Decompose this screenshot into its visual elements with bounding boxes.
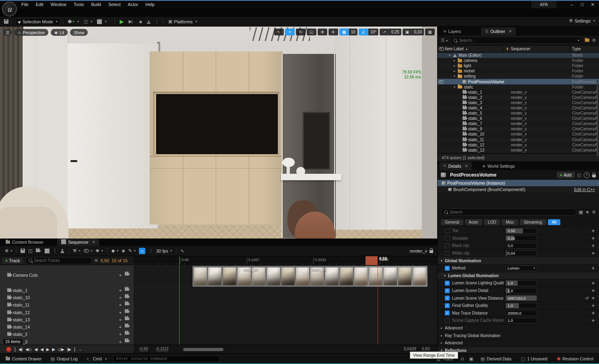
minimize-button[interactable]: – [568, 1, 576, 8]
track-filter-icon[interactable]: ≋ [95, 258, 98, 263]
grid-snap-icon[interactable]: ▦ [339, 29, 349, 35]
outliner-row[interactable]: static_7render_vCineCameraAc [438, 121, 599, 126]
property-section[interactable]: ▾Global Illumination [438, 257, 599, 265]
track-row[interactable]: static_13+ [0, 316, 134, 323]
outliner-row[interactable]: ▾staticFolder [438, 84, 599, 90]
rotate-tool[interactable]: ↻ [296, 29, 306, 35]
view-range-end-time[interactable]: 5,50 [422, 347, 430, 351]
outliner-row[interactable]: static_5render_vCineCameraAc [438, 111, 599, 116]
outliner-row[interactable]: static_3render_vCineCameraAc [438, 100, 599, 105]
create-binding-icon[interactable] [591, 266, 595, 270]
outliner-settings-icon[interactable]: ⚙ [592, 38, 596, 43]
filter-all[interactable]: All [548, 219, 560, 225]
add-camera-icon[interactable] [125, 288, 129, 291]
close-tab-icon[interactable]: ✕ [92, 240, 95, 244]
track-row[interactable]: Camera Cuts+ [0, 271, 134, 279]
platforms-button[interactable]: ▣ Platforms ▾ [166, 18, 200, 25]
outliner-row[interactable]: static_11render_vCineCameraAc [438, 137, 599, 142]
rotation-snap-icon-value[interactable]: 10° [368, 29, 378, 35]
component-row[interactable]: PostProcessVolume (Instance) [438, 180, 599, 186]
timeline-area[interactable]: static_10static_14 [134, 265, 437, 345]
output-log-button[interactable]: ▤ Output Log [48, 356, 80, 362]
details-search-input[interactable]: Search [441, 208, 576, 216]
create-binding-icon[interactable] [591, 289, 595, 292]
create-binding-icon[interactable] [591, 229, 595, 232]
curve-options-icon[interactable]: ✎▾ [127, 247, 137, 254]
property-value-field[interactable]: 2097152,0 [506, 295, 537, 301]
property-value-field[interactable]: 20000,0 [506, 310, 537, 316]
cinematics-button[interactable]: ▾ [95, 19, 109, 25]
section-caret[interactable]: ▸ [441, 334, 445, 337]
create-binding-icon[interactable] [591, 244, 595, 247]
add-section-icon[interactable]: + [119, 317, 122, 322]
previous-frame-button[interactable]: ◀| [19, 347, 23, 352]
search-tracks-input[interactable]: Search Tracks [25, 257, 92, 264]
property-value-field[interactable]: 0,04 [506, 251, 537, 256]
filter-lod[interactable]: LOD [484, 219, 500, 225]
property-checkbox[interactable]: ✓ [445, 266, 450, 271]
add-section-icon[interactable]: + [119, 302, 122, 307]
tab-sequencer[interactable]: Sequencer ✕ [57, 239, 99, 246]
property-checkbox[interactable]: ✓ [445, 311, 450, 315]
add-section-icon[interactable]: + [119, 288, 122, 293]
surface-snap-icon[interactable]: ※ [328, 29, 338, 35]
find-in-content-browser-icon[interactable]: ◫ [27, 247, 34, 254]
outliner-row[interactable]: static_2render_vCineCameraAc [438, 95, 599, 100]
outliner-row[interactable]: static_4render_vCineCameraAc [438, 105, 599, 111]
add-camera-icon[interactable] [125, 295, 129, 298]
display-mode-icon[interactable]: ▦ [579, 210, 583, 215]
outliner-row[interactable]: ▾settingFolder [438, 74, 599, 79]
outliner-row[interactable]: ▸cameraFolder [438, 58, 599, 63]
add-section-icon[interactable]: + [119, 273, 122, 278]
create-binding-icon[interactable] [591, 251, 595, 255]
show-dropdown[interactable]: Show [70, 29, 88, 36]
add-camera-icon[interactable] [125, 273, 129, 276]
section-caret[interactable]: ▸ [441, 326, 445, 330]
save-icon[interactable] [19, 248, 27, 254]
wrench-icon[interactable]: ⚒▾ [71, 247, 82, 254]
add-camera-icon[interactable] [125, 325, 129, 327]
cmd-button[interactable]: >_ Cmd▾ [84, 356, 109, 361]
rotation-snap-icon[interactable]: ∠ [359, 29, 368, 35]
working-range-start[interactable]: -0,50 [139, 347, 148, 352]
step-back-button[interactable]: ◀ [34, 347, 37, 352]
menu-tools[interactable]: Tools [70, 0, 88, 9]
play-button[interactable]: ▶ [117, 18, 126, 25]
property-row[interactable]: ✓Lumen Scene View Distance2097152,0↺ [438, 294, 599, 302]
filter-actor[interactable]: Actor [465, 219, 482, 225]
section-caret[interactable]: ▸ [441, 341, 445, 345]
outliner-row[interactable]: static_1render_vCineCameraAc [438, 90, 599, 95]
property-row[interactable]: White clip0,04 [438, 250, 599, 257]
create-binding-icon[interactable] [591, 311, 595, 315]
camera-cuts-filmstrip[interactable] [192, 266, 428, 287]
scale-snap-icon-value[interactable]: 0,25 [389, 29, 401, 35]
property-checkbox[interactable] [445, 251, 450, 256]
tab-layers[interactable]: ≋ Layers [439, 27, 465, 35]
property-row[interactable]: Toe0,55 [438, 227, 599, 235]
property-checkbox[interactable] [445, 228, 450, 233]
add-actor-icon[interactable] [59, 248, 66, 254]
add-section-icon[interactable]: + [119, 310, 122, 315]
add-camera-icon[interactable] [125, 332, 129, 335]
add-section-icon[interactable]: + [119, 332, 122, 337]
filter-misc[interactable]: Misc [502, 219, 518, 225]
help-icon[interactable]: ? [584, 172, 590, 178]
add-track-button[interactable]: +Track [2, 257, 23, 264]
outliner-search-input[interactable]: Search... ▾ [450, 37, 582, 44]
next-key-button[interactable]: ◇▶ [58, 347, 64, 352]
menu-file[interactable]: File [18, 0, 32, 9]
add-camera-icon[interactable] [125, 339, 129, 342]
auto-key-icon[interactable]: ◈ [120, 247, 126, 254]
world-icon[interactable]: ⊕▾ [3, 247, 14, 254]
expand-caret[interactable]: ▸ [454, 64, 458, 68]
add-section-icon[interactable]: + [119, 295, 122, 300]
play-options-icon[interactable]: ⋮ [155, 19, 159, 24]
keyframe-options-icon[interactable]: ◆▾ [110, 247, 120, 254]
property-checkbox[interactable]: ✓ [445, 288, 450, 293]
tab-content-browser[interactable]: Content Browser [2, 239, 48, 246]
create-binding-icon[interactable] [591, 296, 595, 300]
property-row[interactable]: ✓Lumen Scene Lighting Quality1,0 [438, 280, 599, 287]
render-movie-icon[interactable] [43, 248, 51, 254]
expand-caret[interactable]: ▸ [454, 59, 458, 62]
property-value-field[interactable]: 0,0 [506, 243, 537, 249]
